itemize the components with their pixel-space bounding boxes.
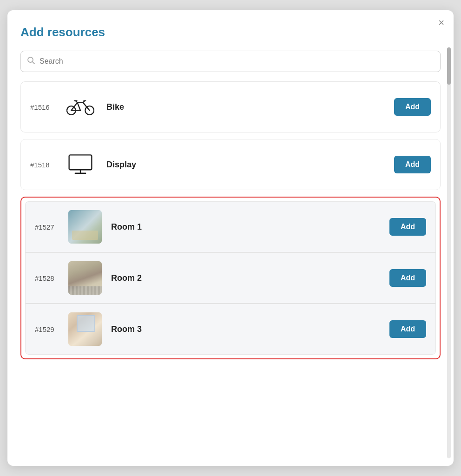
resource-item-bike: #1516 [20, 81, 441, 132]
room3-image [68, 312, 102, 346]
resource-name: Room 1 [111, 222, 380, 232]
add-display-button[interactable]: Add [394, 156, 431, 173]
scrollbar-track[interactable] [447, 47, 451, 458]
resource-id: #1529 [35, 325, 59, 333]
svg-rect-13 [69, 155, 92, 170]
bike-icon [64, 90, 97, 124]
display-icon [64, 148, 97, 181]
resource-id: #1516 [30, 103, 54, 111]
highlighted-resources-group: #1527 Room 1 Add #1528 Room 2 Add #1529 … [20, 197, 441, 359]
resource-id: #1528 [35, 274, 59, 282]
resource-item-display: #1518 Display Add [20, 139, 441, 190]
add-room3-button[interactable]: Add [389, 320, 426, 338]
resource-name: Room 2 [111, 273, 380, 283]
search-icon [27, 56, 35, 66]
search-input[interactable] [20, 51, 441, 72]
resource-name: Display [106, 160, 385, 170]
modal-title: Add resources [20, 25, 441, 40]
resource-item-room2: #1528 Room 2 Add [25, 252, 436, 304]
room2-image [68, 261, 102, 295]
add-room2-button[interactable]: Add [389, 269, 426, 287]
close-button[interactable]: × [438, 18, 444, 28]
room1-image [68, 210, 102, 244]
resource-name: Bike [106, 102, 385, 112]
resource-list: #1516 [20, 81, 441, 359]
scrollbar-thumb[interactable] [447, 47, 451, 85]
resource-item-room1: #1527 Room 1 Add [25, 201, 436, 252]
add-room1-button[interactable]: Add [389, 218, 426, 236]
svg-line-1 [33, 62, 34, 64]
resource-id: #1527 [35, 223, 59, 231]
search-container [20, 51, 441, 72]
add-bike-button[interactable]: Add [394, 98, 431, 116]
resource-name: Room 3 [111, 324, 380, 334]
svg-line-7 [77, 103, 80, 111]
resource-item-room3: #1529 Room 3 Add [25, 304, 436, 355]
resource-id: #1518 [30, 161, 54, 169]
add-resources-modal: × Add resources #1516 [7, 10, 454, 466]
